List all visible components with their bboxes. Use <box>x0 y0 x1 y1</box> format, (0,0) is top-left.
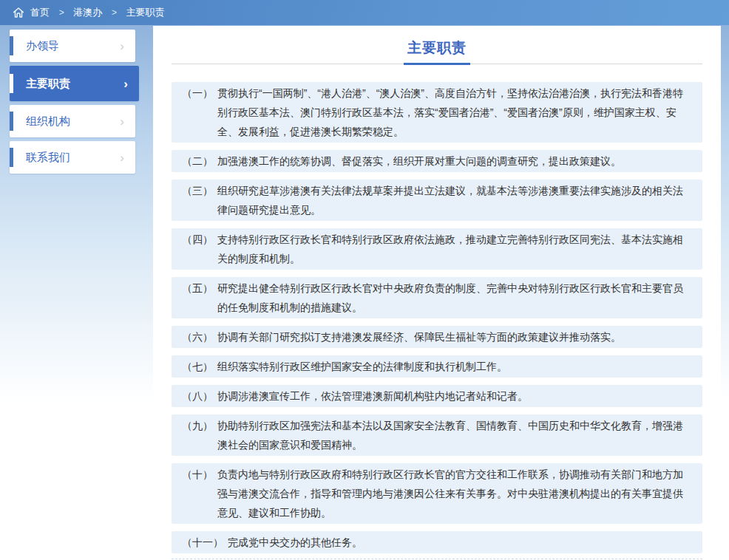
duty-item-4: （四） 支持特别行政区行政长官和特别行政区政府依法施政，推动建立完善特别行政区同… <box>172 228 702 270</box>
duty-number: （二） <box>182 151 213 171</box>
sidebar-item-organization[interactable]: 组织机构 › <box>10 105 135 137</box>
sidebar-item-contact-us[interactable]: 联系我们 › <box>10 141 135 174</box>
breadcrumb-bar: 首页 > 港澳办 > 主要职责 <box>0 0 729 25</box>
breadcrumb-gangaoban-link[interactable]: 港澳办 <box>73 7 102 18</box>
duty-item-11: （十一） 完成党中央交办的其他任务。 <box>172 531 702 553</box>
chevron-right-icon: › <box>120 40 124 52</box>
sidebar-nav: 办领导 › 主要职责 › 组织机构 › 联系我们 › <box>10 30 143 177</box>
duty-text: 支持特别行政区行政长官和特别行政区政府依法施政，推动建立完善特别行政区同宪法、基… <box>217 230 692 268</box>
duty-number: （十） <box>182 465 213 522</box>
bottom-dashed-divider <box>172 559 702 559</box>
duty-item-5: （五） 研究提出健全特别行政区行政长官对中央政府负责的制度、完善中央对特别行政区… <box>172 277 702 318</box>
duty-text: 贯彻执行“一国两制”、“港人治港”、“澳人治澳”、高度自治方针，坚持依法治港治澳… <box>217 83 692 141</box>
breadcrumb-current-page: 主要职责 <box>126 7 165 18</box>
duty-text: 协调涉港澳宣传工作，依法管理港澳新闻机构驻内地记者站和记者。 <box>217 386 692 406</box>
sidebar-item-label: 主要职责 <box>26 77 70 91</box>
sidebar-item-label: 办领导 <box>26 39 59 53</box>
duty-item-2: （二） 加强港澳工作的统筹协调、督促落实，组织开展对重大问题的调查研究，提出政策… <box>172 150 702 172</box>
sidebar-item-leadership[interactable]: 办领导 › <box>10 30 135 62</box>
page-title: 主要职责 <box>404 38 470 65</box>
duty-number: （八） <box>182 386 213 406</box>
duty-text: 加强港澳工作的统筹协调、督促落实，组织开展对重大问题的调查研究，提出政策建议。 <box>217 151 692 171</box>
chevron-right-icon: › <box>123 78 128 90</box>
duty-number: （十一） <box>182 533 223 552</box>
duty-item-10: （十） 负责内地与特别行政区政府和特别行政区行政长官的官方交往和工作联系，协调推… <box>172 463 702 524</box>
sidebar-item-label: 联系我们 <box>26 151 70 165</box>
duty-text: 完成党中央交办的其他任务。 <box>228 533 692 552</box>
title-row: 主要职责 <box>172 38 702 64</box>
duty-number: （四） <box>182 230 213 268</box>
breadcrumb-separator: > <box>59 7 64 18</box>
duty-number: （一） <box>182 83 213 141</box>
duty-item-6: （六） 协调有关部门研究拟订支持港澳发展经济、保障民生福祉等方面的政策建议并推动… <box>172 326 702 348</box>
sidebar-item-label: 组织机构 <box>26 115 70 129</box>
breadcrumb: 首页 > 港澳办 > 主要职责 <box>30 6 165 19</box>
duty-text: 研究提出健全特别行政区行政长官对中央政府负责的制度、完善中央对特别行政区行政长官… <box>217 279 692 317</box>
main-content-panel: 主要职责 （一） 贯彻执行“一国两制”、“港人治港”、“澳人治澳”、高度自治方针… <box>153 26 721 560</box>
duty-item-8: （八） 协调涉港澳宣传工作，依法管理港澳新闻机构驻内地记者站和记者。 <box>172 385 702 407</box>
duty-text: 组织落实特别行政区维护国家安全的法律制度和执行机制工作。 <box>217 357 692 376</box>
duties-list: （一） 贯彻执行“一国两制”、“港人治港”、“澳人治澳”、高度自治方针，坚持依法… <box>172 82 702 559</box>
duty-number: （七） <box>182 357 213 376</box>
duty-text: 协调有关部门研究拟订支持港澳发展经济、保障民生福祉等方面的政策建议并推动落实。 <box>217 327 692 346</box>
duty-number: （九） <box>182 416 213 454</box>
duty-number: （三） <box>182 181 213 219</box>
accent-bar <box>10 148 13 167</box>
chevron-right-icon: › <box>120 151 124 164</box>
breadcrumb-separator: > <box>112 7 117 18</box>
accent-bar <box>10 112 13 131</box>
duty-item-3: （三） 组织研究起草涉港澳有关法律法规草案并提出立法建议，就基本法等涉港澳重要法… <box>172 180 702 221</box>
home-icon[interactable] <box>12 6 25 19</box>
chevron-right-icon: › <box>120 115 124 128</box>
duty-text: 组织研究起草涉港澳有关法律法规草案并提出立法建议，就基本法等涉港澳重要法律实施涉… <box>217 181 692 219</box>
duty-item-9: （九） 协助特别行政区加强宪法和基本法以及国家安全法教育、国情教育、中国历史和中… <box>172 414 702 456</box>
duty-number: （六） <box>182 327 213 346</box>
breadcrumb-home-link[interactable]: 首页 <box>30 7 50 18</box>
duty-text: 协助特别行政区加强宪法和基本法以及国家安全法教育、国情教育、中国历史和中华文化教… <box>217 416 692 454</box>
duty-item-7: （七） 组织落实特别行政区维护国家安全的法律制度和执行机制工作。 <box>172 355 702 378</box>
accent-bar <box>10 74 13 93</box>
duty-text: 负责内地与特别行政区政府和特别行政区行政长官的官方交往和工作联系，协调推动有关部… <box>217 465 692 522</box>
accent-bar <box>10 36 13 55</box>
duty-item-1: （一） 贯彻执行“一国两制”、“港人治港”、“澳人治澳”、高度自治方针，坚持依法… <box>172 82 702 143</box>
sidebar-item-main-duties[interactable]: 主要职责 › <box>10 66 139 101</box>
duty-number: （五） <box>182 279 213 317</box>
